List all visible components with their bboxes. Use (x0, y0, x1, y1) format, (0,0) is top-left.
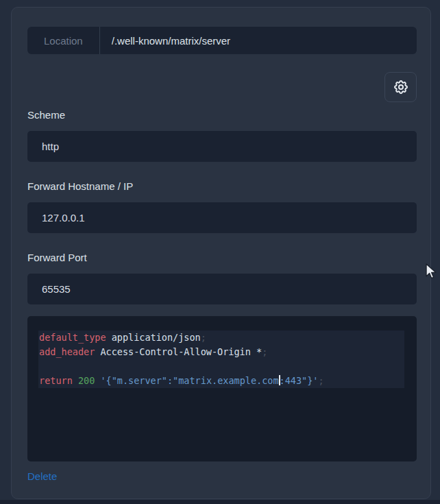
code-token-string: :443"}' (280, 375, 319, 386)
code-token-plain: Access-Control-Allow-Origin * (95, 346, 262, 357)
code-token-keyword: return (39, 375, 73, 386)
forward-hostname-label: Forward Hostname / IP (27, 180, 417, 193)
custom-nginx-config-editor[interactable]: default_type application/json;add_header… (27, 316, 417, 461)
code-token-plain (73, 375, 78, 386)
forward-port-label: Forward Port (27, 251, 417, 265)
forward-port-input[interactable] (27, 274, 417, 304)
code-token-punct: ; (318, 375, 323, 386)
code-token-keyword: default_type (39, 332, 106, 343)
delete-location-button[interactable]: Delete (27, 470, 57, 482)
code-token-keyword: add_header (39, 346, 95, 357)
location-settings-button[interactable] (384, 72, 417, 102)
location-card: Location Scheme Forward Hostname / IP Fo… (11, 7, 431, 499)
code-token-punct: ; (262, 346, 267, 357)
scheme-label: Scheme (27, 108, 417, 122)
code-token-punct: ; (201, 332, 206, 343)
location-input[interactable] (100, 27, 417, 54)
code-line (38, 359, 404, 374)
gear-icon (393, 79, 409, 95)
location-input-group: Location (27, 27, 417, 54)
forward-hostname-input[interactable] (27, 202, 417, 233)
code-line: add_header Access-Control-Allow-Origin *… (38, 345, 404, 359)
code-line: return 200 '{"m.server":"matrix.example.… (38, 374, 404, 388)
code-token-plain: application/json (106, 332, 201, 343)
code-token-number: 200 (78, 375, 95, 386)
location-prefix-label: Location (27, 27, 99, 54)
code-line: default_type application/json; (38, 331, 404, 345)
code-token-string: '{"m.server":"matrix.example.com (100, 375, 278, 386)
scheme-input[interactable] (27, 131, 417, 162)
code-lines: default_type application/json;add_header… (38, 331, 404, 388)
bottom-edge-strip (0, 500, 440, 504)
location-toolbar (27, 72, 417, 102)
